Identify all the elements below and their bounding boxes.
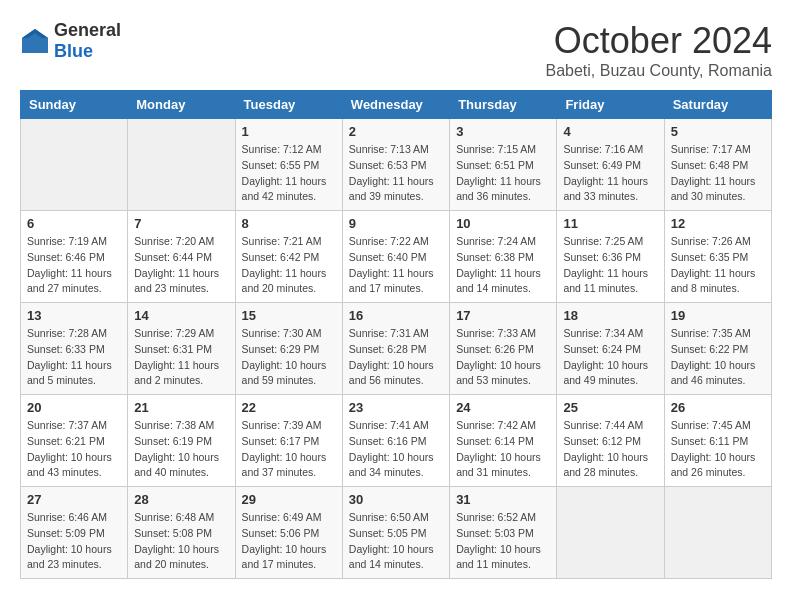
day-number: 9 (349, 216, 443, 231)
day-info: Sunrise: 7:31 AMSunset: 6:28 PMDaylight:… (349, 326, 443, 389)
day-number: 20 (27, 400, 121, 415)
day-info: Sunrise: 7:16 AMSunset: 6:49 PMDaylight:… (563, 142, 657, 205)
day-number: 13 (27, 308, 121, 323)
day-info: Sunrise: 7:42 AMSunset: 6:14 PMDaylight:… (456, 418, 550, 481)
day-info: Sunrise: 7:41 AMSunset: 6:16 PMDaylight:… (349, 418, 443, 481)
day-number: 8 (242, 216, 336, 231)
calendar-cell: 12Sunrise: 7:26 AMSunset: 6:35 PMDayligh… (664, 211, 771, 303)
day-number: 11 (563, 216, 657, 231)
day-info: Sunrise: 7:24 AMSunset: 6:38 PMDaylight:… (456, 234, 550, 297)
calendar-cell: 5Sunrise: 7:17 AMSunset: 6:48 PMDaylight… (664, 119, 771, 211)
calendar-cell: 14Sunrise: 7:29 AMSunset: 6:31 PMDayligh… (128, 303, 235, 395)
day-info: Sunrise: 7:20 AMSunset: 6:44 PMDaylight:… (134, 234, 228, 297)
day-info: Sunrise: 7:34 AMSunset: 6:24 PMDaylight:… (563, 326, 657, 389)
calendar-cell: 4Sunrise: 7:16 AMSunset: 6:49 PMDaylight… (557, 119, 664, 211)
day-number: 29 (242, 492, 336, 507)
calendar-cell: 21Sunrise: 7:38 AMSunset: 6:19 PMDayligh… (128, 395, 235, 487)
month-title: October 2024 (546, 20, 773, 62)
weekday-header-saturday: Saturday (664, 91, 771, 119)
day-number: 4 (563, 124, 657, 139)
calendar-cell: 3Sunrise: 7:15 AMSunset: 6:51 PMDaylight… (450, 119, 557, 211)
calendar-cell: 15Sunrise: 7:30 AMSunset: 6:29 PMDayligh… (235, 303, 342, 395)
day-info: Sunrise: 7:44 AMSunset: 6:12 PMDaylight:… (563, 418, 657, 481)
calendar-cell: 1Sunrise: 7:12 AMSunset: 6:55 PMDaylight… (235, 119, 342, 211)
calendar-cell: 26Sunrise: 7:45 AMSunset: 6:11 PMDayligh… (664, 395, 771, 487)
weekday-header-friday: Friday (557, 91, 664, 119)
calendar-cell: 9Sunrise: 7:22 AMSunset: 6:40 PMDaylight… (342, 211, 449, 303)
day-info: Sunrise: 7:19 AMSunset: 6:46 PMDaylight:… (27, 234, 121, 297)
weekday-header-monday: Monday (128, 91, 235, 119)
calendar-cell: 20Sunrise: 7:37 AMSunset: 6:21 PMDayligh… (21, 395, 128, 487)
logo-blue-text: Blue (54, 41, 121, 62)
weekday-header-thursday: Thursday (450, 91, 557, 119)
day-info: Sunrise: 7:39 AMSunset: 6:17 PMDaylight:… (242, 418, 336, 481)
day-info: Sunrise: 6:46 AMSunset: 5:09 PMDaylight:… (27, 510, 121, 573)
calendar-cell: 16Sunrise: 7:31 AMSunset: 6:28 PMDayligh… (342, 303, 449, 395)
day-number: 23 (349, 400, 443, 415)
day-info: Sunrise: 6:52 AMSunset: 5:03 PMDaylight:… (456, 510, 550, 573)
day-number: 12 (671, 216, 765, 231)
day-info: Sunrise: 7:15 AMSunset: 6:51 PMDaylight:… (456, 142, 550, 205)
calendar-cell: 25Sunrise: 7:44 AMSunset: 6:12 PMDayligh… (557, 395, 664, 487)
location-text: Babeti, Buzau County, Romania (546, 62, 773, 80)
calendar-cell (557, 487, 664, 579)
calendar-cell: 6Sunrise: 7:19 AMSunset: 6:46 PMDaylight… (21, 211, 128, 303)
logo-general-text: General (54, 20, 121, 41)
day-number: 2 (349, 124, 443, 139)
day-number: 25 (563, 400, 657, 415)
calendar-week-2: 6Sunrise: 7:19 AMSunset: 6:46 PMDaylight… (21, 211, 772, 303)
calendar-week-1: 1Sunrise: 7:12 AMSunset: 6:55 PMDaylight… (21, 119, 772, 211)
day-number: 24 (456, 400, 550, 415)
calendar-cell: 13Sunrise: 7:28 AMSunset: 6:33 PMDayligh… (21, 303, 128, 395)
day-info: Sunrise: 7:21 AMSunset: 6:42 PMDaylight:… (242, 234, 336, 297)
day-number: 22 (242, 400, 336, 415)
day-number: 1 (242, 124, 336, 139)
calendar-cell: 24Sunrise: 7:42 AMSunset: 6:14 PMDayligh… (450, 395, 557, 487)
day-number: 15 (242, 308, 336, 323)
day-info: Sunrise: 7:28 AMSunset: 6:33 PMDaylight:… (27, 326, 121, 389)
calendar-cell (128, 119, 235, 211)
weekday-header-tuesday: Tuesday (235, 91, 342, 119)
day-number: 31 (456, 492, 550, 507)
calendar-cell: 10Sunrise: 7:24 AMSunset: 6:38 PMDayligh… (450, 211, 557, 303)
day-info: Sunrise: 7:26 AMSunset: 6:35 PMDaylight:… (671, 234, 765, 297)
calendar-cell: 11Sunrise: 7:25 AMSunset: 6:36 PMDayligh… (557, 211, 664, 303)
day-number: 21 (134, 400, 228, 415)
calendar-cell (21, 119, 128, 211)
calendar-cell: 23Sunrise: 7:41 AMSunset: 6:16 PMDayligh… (342, 395, 449, 487)
day-number: 10 (456, 216, 550, 231)
calendar-cell: 28Sunrise: 6:48 AMSunset: 5:08 PMDayligh… (128, 487, 235, 579)
day-info: Sunrise: 7:30 AMSunset: 6:29 PMDaylight:… (242, 326, 336, 389)
day-number: 14 (134, 308, 228, 323)
day-number: 7 (134, 216, 228, 231)
day-number: 28 (134, 492, 228, 507)
day-number: 16 (349, 308, 443, 323)
calendar-header: SundayMondayTuesdayWednesdayThursdayFrid… (21, 91, 772, 119)
title-block: October 2024 Babeti, Buzau County, Roman… (546, 20, 773, 80)
day-info: Sunrise: 7:25 AMSunset: 6:36 PMDaylight:… (563, 234, 657, 297)
calendar-week-3: 13Sunrise: 7:28 AMSunset: 6:33 PMDayligh… (21, 303, 772, 395)
day-info: Sunrise: 7:45 AMSunset: 6:11 PMDaylight:… (671, 418, 765, 481)
day-info: Sunrise: 6:49 AMSunset: 5:06 PMDaylight:… (242, 510, 336, 573)
calendar-cell: 8Sunrise: 7:21 AMSunset: 6:42 PMDaylight… (235, 211, 342, 303)
calendar-cell: 17Sunrise: 7:33 AMSunset: 6:26 PMDayligh… (450, 303, 557, 395)
day-info: Sunrise: 7:38 AMSunset: 6:19 PMDaylight:… (134, 418, 228, 481)
calendar-cell: 18Sunrise: 7:34 AMSunset: 6:24 PMDayligh… (557, 303, 664, 395)
calendar-cell: 19Sunrise: 7:35 AMSunset: 6:22 PMDayligh… (664, 303, 771, 395)
logo: General Blue (20, 20, 121, 62)
calendar-week-5: 27Sunrise: 6:46 AMSunset: 5:09 PMDayligh… (21, 487, 772, 579)
day-number: 27 (27, 492, 121, 507)
day-number: 5 (671, 124, 765, 139)
day-info: Sunrise: 7:17 AMSunset: 6:48 PMDaylight:… (671, 142, 765, 205)
logo-icon (20, 26, 50, 56)
logo-text: General Blue (54, 20, 121, 62)
calendar-cell: 31Sunrise: 6:52 AMSunset: 5:03 PMDayligh… (450, 487, 557, 579)
day-info: Sunrise: 7:22 AMSunset: 6:40 PMDaylight:… (349, 234, 443, 297)
day-info: Sunrise: 6:48 AMSunset: 5:08 PMDaylight:… (134, 510, 228, 573)
day-number: 26 (671, 400, 765, 415)
weekday-header-wednesday: Wednesday (342, 91, 449, 119)
day-info: Sunrise: 7:37 AMSunset: 6:21 PMDaylight:… (27, 418, 121, 481)
day-info: Sunrise: 6:50 AMSunset: 5:05 PMDaylight:… (349, 510, 443, 573)
day-number: 3 (456, 124, 550, 139)
calendar-cell: 22Sunrise: 7:39 AMSunset: 6:17 PMDayligh… (235, 395, 342, 487)
